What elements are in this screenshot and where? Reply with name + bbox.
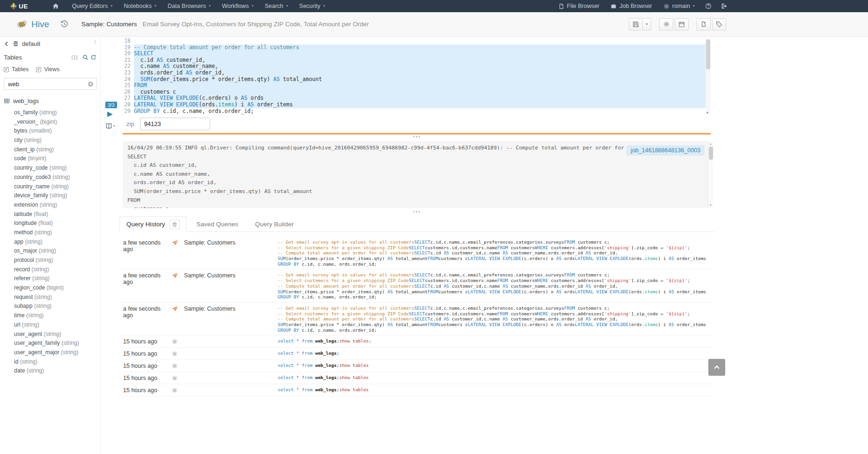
history-row[interactable]: 15 hours agoselect * from web_logs;show … (119, 384, 714, 396)
column-item[interactable]: country_code (string) (4, 164, 96, 173)
history-row[interactable]: a few seconds agoSample: Customers-- Get… (119, 237, 714, 269)
resize-handle[interactable]: ··· (123, 135, 712, 141)
editor-line[interactable]: 28LATERAL VIEW EXPLODE(ords.items) i AS … (123, 102, 711, 108)
column-item[interactable]: os_major (string) (4, 246, 96, 256)
column-item[interactable]: request (string) (4, 293, 96, 302)
help-button[interactable] (700, 0, 716, 12)
column-item[interactable]: client_ip (string) (4, 145, 96, 155)
column-item[interactable]: os_family (string) (4, 108, 96, 118)
clear-search-button[interactable] (88, 81, 94, 87)
editor-line[interactable]: 21 c.id AS customer_id, (123, 57, 711, 64)
column-name: device_family (14, 192, 48, 199)
column-item[interactable]: app (string) (4, 238, 96, 247)
editor-line[interactable]: 20SELECT (123, 51, 711, 57)
documentation-button[interactable]: ▾ (105, 123, 115, 129)
history-row[interactable]: a few seconds agoSample: Customers-- Get… (119, 269, 714, 302)
recent-queries-button[interactable] (60, 20, 68, 28)
column-item[interactable]: country_code3 (string) (4, 173, 96, 182)
search-toggle-button[interactable] (82, 54, 88, 60)
log-scrollbar[interactable]: ▴ ▾ (708, 141, 714, 208)
nav-item-workflows[interactable]: Workflows▾ (216, 0, 259, 12)
column-item[interactable]: time (string) (4, 311, 96, 320)
scroll-down-arrow-icon[interactable]: ▾ (710, 203, 712, 207)
resize-handle[interactable]: ··· (123, 210, 712, 216)
column-item[interactable]: bytes (smallint) (4, 127, 96, 136)
history-row[interactable]: 15 hours agoselect * from web_logs;show … (119, 360, 714, 372)
variable-zip-input[interactable] (140, 118, 210, 130)
job-link[interactable]: job_1461888648136_0003 (626, 145, 705, 156)
nav-item-notebooks[interactable]: Notebooks▾ (118, 0, 162, 12)
database-name[interactable]: default (22, 40, 40, 47)
table-search-input[interactable] (4, 78, 97, 90)
table-item-web-logs[interactable]: web_logs (4, 97, 96, 105)
column-item[interactable]: id (string) (4, 357, 96, 367)
nav-item-search[interactable]: Search▾ (259, 0, 294, 12)
filter-views-checkbox[interactable]: ✓ Views (36, 66, 59, 73)
tags-button[interactable] (712, 18, 726, 30)
column-item[interactable]: extension (string) (4, 201, 96, 210)
tab-saved-queries[interactable]: Saved Queries (190, 216, 245, 232)
collapse-panel-button[interactable] (93, 39, 97, 45)
column-item[interactable]: user_agent_major (string) (4, 348, 96, 357)
editor-line[interactable]: 29GROUP BY c.id, c.name, ords.order_id; (123, 108, 711, 115)
assist-back-button[interactable] (4, 41, 9, 47)
editor-line[interactable]: 26 customers c (123, 89, 711, 96)
editor-line[interactable]: 22 c.name AS customer_name, (123, 63, 711, 70)
new-query-button[interactable] (697, 18, 711, 30)
hue-logo[interactable]: UE (0, 0, 34, 12)
history-row[interactable]: 15 hours agoselect * from web_logs;show … (119, 372, 714, 384)
scroll-down-arrow-icon[interactable]: ▾ (706, 111, 708, 115)
save-menu-button[interactable]: ▾ (643, 18, 651, 30)
editor-line[interactable]: 27LATERAL VIEW EXPLODE(c.orders) o AS or… (123, 95, 711, 102)
column-item[interactable]: country_name (string) (4, 182, 96, 192)
nav-item-job-browser[interactable]: Job Browser (605, 0, 657, 12)
scrollbar-thumb[interactable] (706, 39, 710, 69)
column-item[interactable]: method (string) (4, 228, 96, 238)
column-item[interactable]: device_family (string) (4, 191, 96, 201)
column-item[interactable]: protocol (string) (4, 256, 96, 265)
column-item[interactable]: record (string) (4, 265, 96, 275)
editor-line[interactable]: 19-- Compute total amount per order for … (123, 45, 711, 51)
tab-query-history[interactable]: Query History (119, 216, 187, 232)
editor-line[interactable]: 23 ords.order_id AS order_id, (123, 70, 711, 76)
nav-item-user-menu[interactable]: romain▾ (658, 0, 700, 12)
column-item[interactable]: url (string) (4, 320, 96, 330)
column-item[interactable]: date (string) (4, 366, 96, 376)
history-row[interactable]: 15 hours agoselect * from web_logs;show … (119, 335, 714, 348)
column-item[interactable]: subapp (string) (4, 302, 96, 311)
execute-button[interactable]: ▶ (107, 110, 113, 117)
code-editor[interactable]: 1819-- Compute total amount per order fo… (123, 38, 711, 114)
column-item[interactable]: city (string) (4, 136, 96, 145)
history-row[interactable]: a few seconds agoSample: Customers-- Get… (119, 303, 714, 335)
refresh-button[interactable] (90, 54, 96, 60)
home-button[interactable] (45, 0, 66, 12)
scroll-up-arrow-icon[interactable]: ▴ (710, 142, 712, 146)
history-row[interactable]: 15 hours agoselect * from web_logs; (119, 348, 714, 360)
save-button[interactable] (629, 18, 643, 30)
column-item[interactable]: longitude (float) (4, 219, 96, 228)
nav-item-query-editors[interactable]: Query Editors▾ (66, 0, 118, 12)
column-item[interactable]: _version_ (bigint) (4, 118, 96, 127)
editor-scrollbar[interactable]: ▾ (706, 38, 711, 114)
logout-button[interactable] (716, 0, 732, 12)
nav-item-file-browser[interactable]: File Browser (553, 0, 605, 12)
scroll-to-top-button[interactable] (708, 359, 725, 376)
column-item[interactable]: code (tinyint) (4, 154, 96, 164)
filter-tables-checkbox[interactable]: ✓ Tables (4, 66, 29, 73)
column-item[interactable]: user_agent (string) (4, 330, 96, 339)
editor-line[interactable]: 25FROM (123, 82, 711, 89)
scrollbar-thumb[interactable] (709, 147, 713, 160)
column-item[interactable]: referer (string) (4, 274, 96, 283)
tab-query-builder[interactable]: Query Builder (248, 216, 301, 232)
trash-icon[interactable] (169, 220, 180, 229)
query-title: Sample: Customers (81, 21, 137, 28)
nav-item-data-browsers[interactable]: Data Browsers▾ (162, 0, 216, 12)
schedule-button[interactable] (675, 18, 689, 30)
column-item[interactable]: region_code (bigint) (4, 283, 96, 293)
nav-item-security[interactable]: Security▾ (294, 0, 331, 12)
column-item[interactable]: user_agent_family (string) (4, 339, 96, 348)
column-item[interactable]: latitude (float) (4, 210, 96, 219)
editor-line[interactable]: 18 (123, 38, 711, 45)
settings-button[interactable] (659, 18, 673, 30)
editor-line[interactable]: 24 SUM(order_items.price * order_items.q… (123, 76, 711, 83)
